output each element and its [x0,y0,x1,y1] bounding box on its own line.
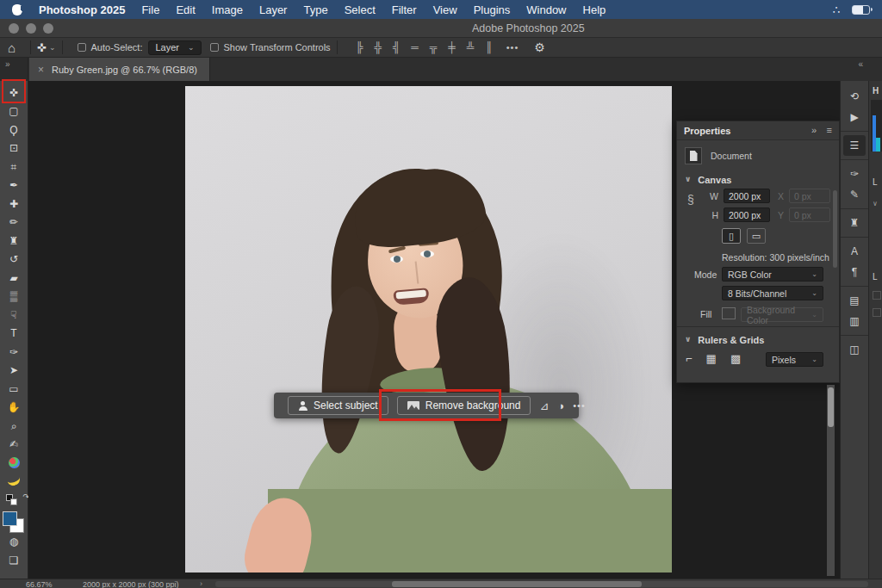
properties-tab[interactable]: Properties [684,126,730,136]
menu-edit[interactable]: Edit [176,3,195,16]
healing-brush-tool[interactable]: ✚ [3,195,24,214]
panel-scrollbar[interactable] [833,190,837,268]
mode-dropdown[interactable]: RGB Color ⌄ [722,267,823,282]
auto-select-dropdown[interactable]: Layer ⌄ [148,40,201,55]
landscape-orientation-button[interactable]: ▭ [747,228,766,244]
panel-collapse-icon[interactable]: » [811,125,817,135]
align-left-icon[interactable]: ╠ [356,41,363,53]
zoom-tool[interactable]: ⌕ [3,417,24,436]
apple-logo-icon[interactable] [12,4,22,15]
hand-tool[interactable]: ✋ [3,399,24,418]
move-tool-preset-icon[interactable]: ✜ [37,41,47,54]
export-panel-icon[interactable]: ◫ [843,339,866,360]
minimize-window-button[interactable] [26,23,36,34]
width-input[interactable]: 2000 px [724,189,770,203]
brush-settings-panel-icon[interactable]: ✑ [843,164,866,184]
pen-tool[interactable]: ✑ [3,343,24,362]
panel-menu-icon[interactable]: ≡ [827,125,832,135]
history-brush-tool[interactable]: ↺ [3,251,24,269]
document-image[interactable] [185,86,672,573]
select-subject-button[interactable]: Select subject [288,396,388,415]
gear-icon[interactable]: ⚙ [534,40,545,54]
libraries-panel-icon[interactable]: ▤ [843,290,866,311]
fill-swatch[interactable] [722,307,736,319]
eyedropper-tool[interactable]: ✒ [3,176,24,195]
home-icon[interactable]: ⌂ [8,40,16,55]
horizontal-scrollbar[interactable] [215,581,868,587]
type-tool[interactable]: T [3,325,24,344]
brush-tool[interactable]: ✏ [3,214,24,232]
bit-depth-dropdown[interactable]: 8 Bits/Channel ⌄ [722,286,823,300]
edit-toolbar-icon[interactable]: ✍ [3,436,24,455]
marquee-tool[interactable]: ▢ [3,102,24,121]
banana-plugin-icon[interactable] [3,473,24,492]
x-input[interactable]: 0 px [789,189,830,203]
close-window-button[interactable] [9,23,19,34]
toolbar-overflow-icon[interactable]: » [0,58,28,81]
grid-icon[interactable]: ▦ [706,352,717,365]
vertical-scrollbar-thumb[interactable] [828,387,834,427]
gradient-tool[interactable]: ▒ [3,288,24,306]
ruler-icon[interactable]: ⌐ [686,352,693,365]
transform-icon[interactable]: ⊿ [539,399,549,412]
clone-stamp-tool[interactable]: ♜ [3,232,24,251]
menu-image[interactable]: Image [212,3,243,16]
control-center-icon[interactable]: ∴ [833,3,840,16]
canvas-section-header[interactable]: ∨ Canvas [685,175,731,185]
menu-help[interactable]: Help [583,3,606,16]
chevron-down-icon[interactable]: ⌄ [49,43,56,52]
auto-select-checkbox[interactable] [78,43,86,52]
close-tab-icon[interactable]: × [38,64,44,76]
height-input[interactable]: 2000 px [724,207,770,222]
maximize-window-button[interactable] [43,23,53,34]
object-selection-tool[interactable]: ⊡ [3,139,24,158]
task-bar-more-icon[interactable]: ••• [573,400,586,411]
screen-mode-button[interactable]: ❏ [3,551,24,570]
path-selection-tool[interactable]: ➤ [3,362,24,381]
portrait-orientation-button[interactable]: ▯ [722,228,741,244]
menu-window[interactable]: Window [526,3,566,16]
properties-panel-icon[interactable]: ☰ [843,135,866,156]
menu-app-name[interactable]: Photoshop 2025 [39,3,125,16]
horizontal-scrollbar-thumb[interactable] [392,581,642,587]
distribute-vertical-icon[interactable]: ╪ [448,41,456,53]
shape-tool[interactable]: ▭ [3,380,24,399]
quick-mask-button[interactable]: ◍ [3,533,24,552]
pattern-icon[interactable]: ▩ [730,352,741,365]
foreground-color-swatch[interactable] [3,511,17,526]
link-dimensions-icon[interactable]: § [687,193,694,207]
eraser-tool[interactable]: ▰ [3,269,24,288]
menu-file[interactable]: File [141,3,159,16]
align-middle-icon[interactable]: ═ [411,41,419,53]
status-chevron-icon[interactable]: › [200,579,202,588]
menu-view[interactable]: View [433,3,457,16]
character-panel-icon[interactable]: A [843,241,866,262]
crop-tool[interactable]: ⌗ [3,158,24,176]
zoom-level-field[interactable]: 66.67% [26,580,53,588]
paragraph-panel-icon[interactable]: ¶ [843,262,866,282]
smudge-tool[interactable]: ☟ [3,306,24,325]
vertical-scrollbar[interactable] [827,385,835,576]
document-icon-tile[interactable] [685,147,702,164]
brushes-panel-icon[interactable]: ✎ [843,184,866,205]
align-center-icon[interactable]: ╬ [374,41,382,53]
units-dropdown[interactable]: Pixels ⌄ [766,352,823,367]
adjustments-icon[interactable]: ◑ [557,399,564,412]
clone-source-panel-icon[interactable]: ♜ [843,213,866,233]
menu-plugins[interactable]: Plugins [474,3,511,16]
color-wheel-plugin-icon[interactable] [3,454,24,473]
default-colors-control[interactable]: ↷ [3,491,24,510]
notes-panel-icon[interactable]: ▥ [843,311,866,331]
menu-layer[interactable]: Layer [259,3,288,16]
align-right-icon[interactable]: ╣ [393,41,401,53]
align-top-icon[interactable]: ╦ [430,41,438,53]
show-transform-checkbox[interactable] [210,43,219,52]
menu-filter[interactable]: Filter [392,3,417,16]
align-bottom-icon[interactable]: ╩ [467,41,475,53]
dock-collapse-icon[interactable]: « [858,59,863,69]
fill-dropdown[interactable]: Background Color ⌄ [741,307,823,322]
y-input[interactable]: 0 px [789,207,830,222]
distribute-horizontal-icon[interactable]: ║ [485,41,493,53]
history-panel-icon[interactable]: ⟲ [843,86,866,107]
more-options-icon[interactable]: ••• [506,42,519,53]
